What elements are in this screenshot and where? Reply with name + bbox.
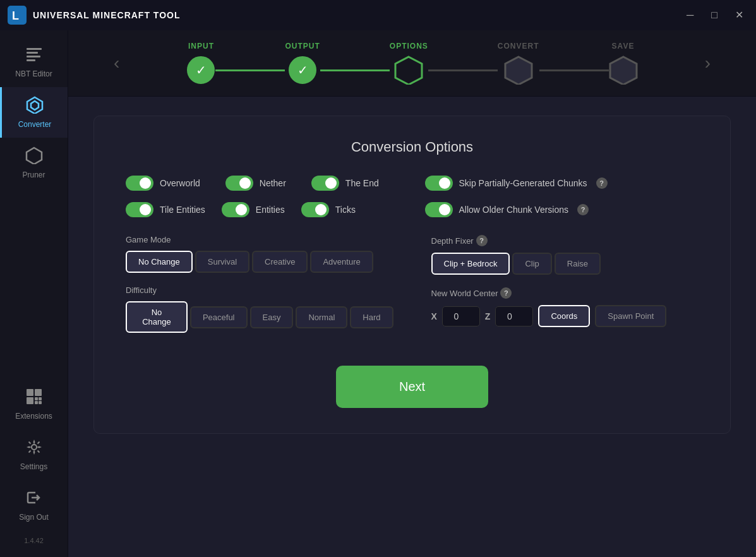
svg-marker-8 [27, 148, 42, 164]
extensions-icon [25, 388, 43, 408]
pruner-icon [25, 147, 43, 167]
svg-rect-2 [27, 48, 42, 50]
connector-3 [428, 69, 498, 71]
toggle-section: Overworld Nether [126, 176, 699, 217]
depth-clipbedrock-btn[interactable]: Clip + Bedrock [431, 253, 510, 275]
game-mode-options: No Change Survival Creative Adventure [126, 251, 393, 273]
step-output-icon: ✓ [288, 56, 317, 85]
step-options-icon [394, 56, 423, 85]
depth-clip-btn[interactable]: Clip [512, 253, 551, 275]
difficulty-options: No Change Peaceful Easy Normal Hard [126, 301, 393, 333]
step-save[interactable]: SAVE [609, 42, 638, 85]
skip-partial-help-icon[interactable]: ? [596, 177, 608, 189]
gm-survival-btn[interactable]: Survival [195, 251, 249, 273]
gm-adventure-btn[interactable]: Adventure [310, 251, 373, 273]
sidebar-signout-label: Sign Out [19, 513, 49, 522]
connector-2 [320, 69, 390, 71]
depth-fixer-options: Clip + Bedrock Clip Raise [431, 253, 699, 275]
step-options[interactable]: OPTIONS [390, 42, 428, 85]
title-bar: L UNIVERSAL MINECRAFT TOOL ─ □ ✕ [0, 0, 756, 30]
df-hard-btn[interactable]: Hard [350, 306, 393, 328]
gm-creative-btn[interactable]: Creative [252, 251, 308, 273]
svg-rect-15 [39, 401, 42, 404]
content-area: ‹ INPUT ✓ OUTPUT ✓ [68, 30, 756, 557]
svg-text:✓: ✓ [196, 63, 207, 77]
prev-step-button[interactable]: ‹ [106, 51, 127, 76]
spawn-point-btn[interactable]: Spawn Point [595, 305, 666, 327]
sidebar-extensions-label: Extensions [15, 412, 52, 421]
svg-rect-13 [39, 397, 42, 400]
bottom-right: Depth Fixer ? Clip + Bedrock Clip Raise … [431, 235, 699, 345]
svg-marker-21 [395, 57, 422, 85]
svg-text:L: L [12, 9, 19, 22]
next-button[interactable]: Next [336, 366, 488, 408]
sidebar-item-signout[interactable]: Sign Out [0, 480, 68, 530]
sidebar-item-converter[interactable]: Converter [0, 87, 68, 138]
depth-raise-btn[interactable]: Raise [555, 253, 601, 275]
df-normal-btn[interactable]: Normal [296, 306, 347, 328]
step-output-label: OUTPUT [285, 42, 320, 51]
options-card: Conversion Options Overworld [93, 116, 731, 434]
step-save-icon [609, 56, 638, 85]
new-world-center-label: New World Center [431, 289, 498, 298]
maximize-button[interactable]: □ [706, 8, 723, 23]
steps-row: INPUT ✓ OUTPUT ✓ [127, 42, 697, 85]
toggle-the-end: The End [311, 176, 379, 191]
new-world-center-help-icon[interactable]: ? [500, 287, 512, 299]
sidebar-item-pruner[interactable]: Pruner [0, 138, 68, 188]
depth-fixer-help-icon[interactable]: ? [476, 235, 488, 246]
toggle-allow-older: Allow Older Chunk Versions ? [425, 202, 699, 217]
options-title: Conversion Options [126, 139, 699, 155]
toggle-skip-partial: Skip Partially-Generated Chunks ? [425, 176, 699, 191]
app-title: UNIVERSAL MINECRAFT TOOL [33, 10, 681, 20]
df-peaceful-btn[interactable]: Peaceful [190, 306, 248, 328]
step-output[interactable]: OUTPUT ✓ [285, 42, 320, 85]
svg-text:✓: ✓ [297, 63, 308, 77]
step-input[interactable]: INPUT ✓ [186, 42, 215, 85]
minimize-button[interactable]: ─ [681, 8, 699, 23]
step-options-label: OPTIONS [390, 42, 428, 51]
nbt-editor-icon [25, 45, 43, 66]
svg-rect-9 [27, 389, 33, 396]
sidebar-item-settings[interactable]: Settings [0, 429, 68, 480]
connector-4 [539, 69, 609, 71]
gm-nochange-btn[interactable]: No Change [126, 251, 193, 273]
x-input[interactable] [442, 306, 480, 326]
sidebar: NBT Editor Converter Pruner [0, 30, 68, 557]
svg-rect-10 [35, 389, 42, 396]
svg-marker-6 [27, 97, 42, 114]
connector-1 [215, 69, 285, 71]
allow-older-help-icon[interactable]: ? [577, 204, 589, 215]
step-bar: ‹ INPUT ✓ OUTPUT ✓ [68, 30, 756, 97]
toggle-tile-entities: Tile Entities [126, 202, 205, 217]
svg-rect-3 [27, 52, 38, 54]
close-button[interactable]: ✕ [730, 8, 748, 23]
svg-marker-22 [505, 57, 532, 85]
sidebar-settings-label: Settings [20, 462, 47, 471]
step-input-label: INPUT [188, 42, 214, 51]
svg-point-16 [32, 445, 37, 450]
difficulty-label: Difficulty [126, 285, 393, 295]
toggle-ticks: Ticks [301, 202, 356, 217]
svg-rect-12 [35, 397, 38, 400]
sidebar-item-nbt-editor[interactable]: NBT Editor [0, 37, 68, 87]
bottom-left: Game Mode No Change Survival Creative Ad… [126, 235, 393, 345]
app-body: NBT Editor Converter Pruner [0, 30, 756, 557]
settings-icon [25, 438, 43, 458]
next-btn-wrap: Next [126, 366, 699, 408]
next-step-button[interactable]: › [697, 51, 718, 76]
z-input[interactable] [495, 306, 533, 326]
window-controls: ─ □ ✕ [681, 8, 748, 23]
step-convert-label: CONVERT [498, 42, 539, 51]
main-scroll: Conversion Options Overworld [68, 97, 756, 557]
z-label: Z [485, 311, 491, 321]
coord-row: X Z Coords Spawn Point [431, 305, 699, 327]
right-toggle-group: Skip Partially-Generated Chunks ? Allow … [400, 176, 699, 217]
coords-btn[interactable]: Coords [538, 305, 590, 327]
df-easy-btn[interactable]: Easy [250, 306, 294, 328]
df-nochange-btn[interactable]: No Change [126, 301, 188, 333]
sidebar-item-extensions[interactable]: Extensions [0, 379, 68, 429]
svg-marker-7 [31, 101, 39, 110]
svg-marker-23 [610, 57, 637, 85]
step-convert[interactable]: CONVERT [498, 42, 539, 85]
